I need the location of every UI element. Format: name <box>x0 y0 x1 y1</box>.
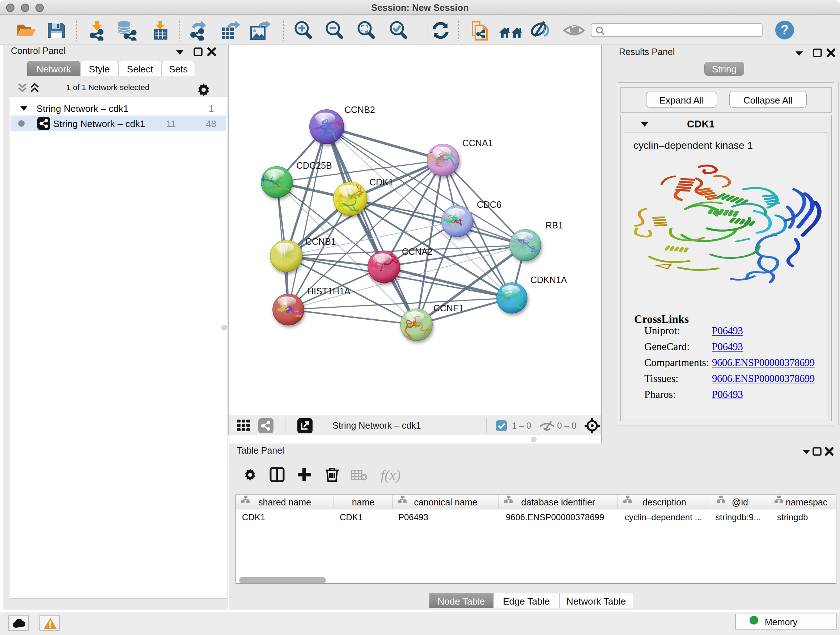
svg-text:CCNB1: CCNB1 <box>305 236 336 247</box>
svg-text:RB1: RB1 <box>546 220 563 230</box>
svg-text:CDKN1A: CDKN1A <box>531 275 567 285</box>
svg-text:CDC25B: CDC25B <box>296 160 332 171</box>
svg-text:CCNA1: CCNA1 <box>462 138 493 148</box>
svg-text:HIST1H1A: HIST1H1A <box>307 286 351 296</box>
svg-text:CCNB2: CCNB2 <box>344 105 375 115</box>
svg-text:CDC6: CDC6 <box>477 200 501 210</box>
svg-text:CCNE1: CCNE1 <box>433 303 464 313</box>
svg-text:CDK1: CDK1 <box>369 177 393 187</box>
svg-text:?: ? <box>781 22 789 37</box>
svg-text:CCNA2: CCNA2 <box>402 247 433 257</box>
